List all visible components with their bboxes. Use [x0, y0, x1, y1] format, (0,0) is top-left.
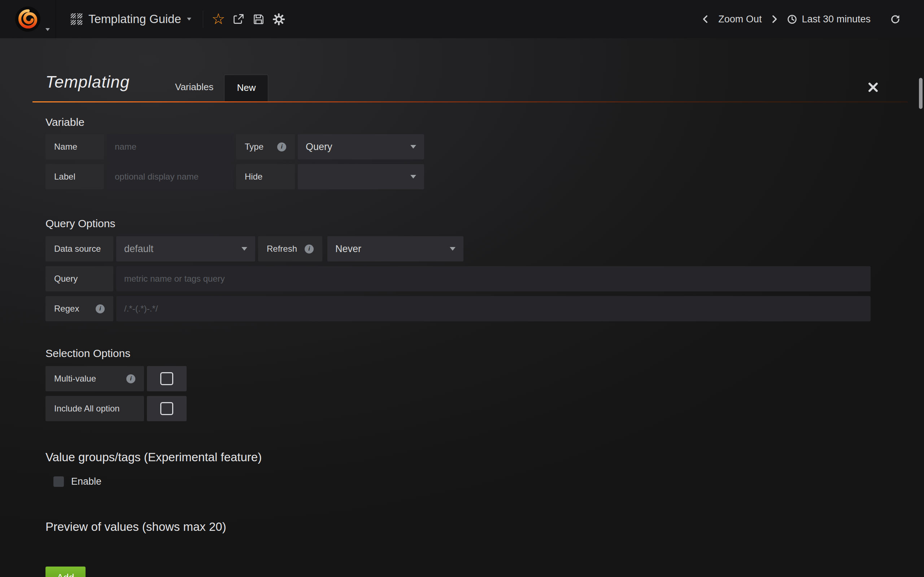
- include-all-label: Include All option: [45, 396, 144, 421]
- query-options-heading: Query Options: [45, 218, 924, 230]
- navbar-right: Zoom Out Last 30 minutes: [697, 0, 924, 38]
- label-label: Label: [45, 164, 104, 189]
- datasource-row: Data source default Refresh i Never: [45, 236, 924, 261]
- close-button[interactable]: [867, 81, 879, 93]
- share-icon: [233, 13, 244, 25]
- grafana-logo[interactable]: [0, 0, 56, 38]
- dashboard-caret-icon: [187, 18, 191, 21]
- variable-label-row: Label Hide: [45, 164, 924, 189]
- settings-button[interactable]: [269, 0, 289, 38]
- refresh-select-value: Never: [335, 243, 361, 255]
- checkbox-box: [160, 402, 173, 415]
- label-input[interactable]: [107, 164, 233, 189]
- query-input[interactable]: [116, 266, 871, 292]
- star-button[interactable]: ☆: [208, 0, 228, 38]
- variable-heading: Variable: [45, 116, 924, 128]
- refresh-select[interactable]: Never: [327, 236, 464, 261]
- checkbox-box: [160, 372, 173, 385]
- refresh-label: Refresh i: [258, 236, 322, 261]
- dashboard-icon: [70, 13, 82, 25]
- caret-down-icon: [410, 175, 416, 179]
- multi-value-label-text: Multi-value: [54, 374, 96, 384]
- close-icon: [868, 82, 879, 93]
- star-icon: ☆: [212, 11, 225, 27]
- tab-underline: [32, 102, 908, 102]
- type-select-value: Query: [306, 141, 333, 153]
- type-select[interactable]: Query: [298, 134, 424, 160]
- selection-options-heading: Selection Options: [45, 347, 924, 359]
- time-range-label: Last 30 minutes: [802, 14, 871, 25]
- page-title: Templating: [45, 72, 129, 92]
- add-button[interactable]: Add: [45, 567, 86, 577]
- tabs: Variables New: [164, 75, 268, 102]
- zoom-out-label: Zoom Out: [718, 14, 762, 25]
- tab-variables[interactable]: Variables: [164, 82, 224, 102]
- refresh-icon: [890, 14, 901, 24]
- regex-input[interactable]: [116, 296, 871, 321]
- share-button[interactable]: [228, 0, 249, 38]
- tab-new[interactable]: New: [224, 75, 268, 102]
- datasource-select-value: default: [124, 243, 153, 255]
- variable-name-row: Name Type i Query: [45, 134, 924, 160]
- time-back-button[interactable]: [697, 0, 714, 38]
- type-label: Type i: [236, 134, 295, 160]
- dashboard-picker[interactable]: Templating Guide: [61, 0, 201, 38]
- gear-icon: [273, 13, 285, 25]
- multi-value-info-icon[interactable]: i: [126, 374, 135, 384]
- multi-value-checkbox[interactable]: [147, 366, 187, 391]
- value-groups-heading: Value groups/tags (Experimental feature): [45, 450, 924, 464]
- templating-header: Templating Variables New: [0, 38, 924, 102]
- regex-label-text: Regex: [54, 304, 79, 314]
- refresh-info-icon[interactable]: i: [305, 245, 313, 253]
- chevron-left-icon: [701, 15, 710, 24]
- regex-info-icon[interactable]: i: [96, 305, 105, 313]
- include-all-row: Include All option: [45, 396, 924, 421]
- clock-icon: [787, 14, 797, 24]
- caret-down-icon: [241, 247, 247, 251]
- refresh-label-text: Refresh: [267, 244, 297, 254]
- regex-label: Regex i: [45, 296, 113, 321]
- type-info-icon[interactable]: i: [277, 142, 286, 152]
- grafana-flame-icon: [17, 9, 38, 29]
- query-row: Query: [45, 266, 924, 292]
- hide-label: Hide: [236, 164, 295, 189]
- save-button[interactable]: [249, 0, 269, 38]
- refresh-button[interactable]: [885, 0, 905, 38]
- save-icon: [253, 14, 264, 25]
- hide-select[interactable]: [298, 164, 424, 189]
- datasource-label: Data source: [45, 236, 113, 261]
- type-label-text: Type: [245, 142, 263, 152]
- navbar: Templating Guide ☆: [0, 0, 924, 38]
- multi-value-label: Multi-value i: [45, 366, 144, 391]
- enable-label: Enable: [71, 476, 102, 487]
- enable-checkbox[interactable]: [53, 476, 64, 487]
- logo-caret-icon: [45, 28, 50, 31]
- chevron-right-icon: [769, 15, 779, 24]
- scrollbar-thumb[interactable]: [919, 78, 922, 109]
- multi-value-row: Multi-value i: [45, 366, 924, 391]
- navbar-divider: [203, 10, 203, 28]
- include-all-checkbox[interactable]: [147, 396, 187, 421]
- query-label: Query: [45, 266, 113, 292]
- caret-down-icon: [450, 247, 456, 251]
- dashboard-title: Templating Guide: [89, 12, 181, 26]
- datasource-select[interactable]: default: [116, 236, 255, 261]
- name-label: Name: [45, 134, 104, 160]
- grafana-logo-circle: [15, 6, 40, 32]
- zoom-out-button[interactable]: Zoom Out: [714, 0, 766, 38]
- time-forward-button[interactable]: [766, 0, 782, 38]
- time-range-button[interactable]: Last 30 minutes: [782, 0, 875, 38]
- name-input[interactable]: [107, 134, 233, 160]
- preview-heading: Preview of values (shows max 20): [45, 520, 924, 534]
- templating-editor: Templating Variables New Variable Name T…: [0, 38, 924, 577]
- caret-down-icon: [410, 145, 416, 148]
- enable-row: Enable: [53, 476, 924, 487]
- regex-row: Regex i: [45, 296, 924, 321]
